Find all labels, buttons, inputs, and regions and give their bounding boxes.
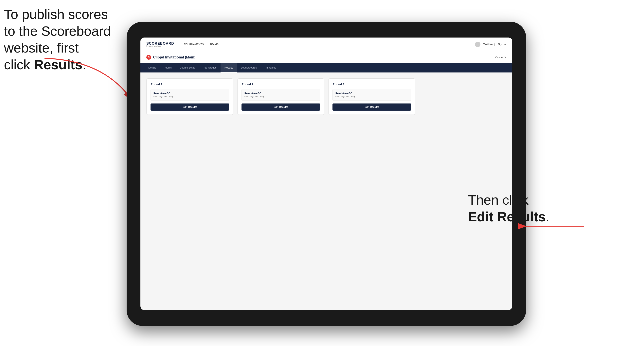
header-left: SCOREBOARD Powered by clippd TOURNAMENTS… [146, 42, 218, 47]
tablet-device: SCOREBOARD Powered by clippd TOURNAMENTS… [126, 22, 526, 326]
rounds-grid: Round 1 Peachtree GC Gold (M) (7010 yds)… [146, 78, 506, 115]
round-3-course-card: Peachtree GC Gold (M) (7010 yds) [332, 89, 411, 101]
nav-tournaments[interactable]: TOURNAMENTS [184, 43, 204, 46]
round-2-title: Round 2 [242, 83, 320, 86]
tab-printables[interactable]: Printables [261, 63, 280, 72]
tablet-screen: SCOREBOARD Powered by clippd TOURNAMENTS… [140, 37, 512, 310]
round-2-card: Round 2 Peachtree GC Gold (M) (7010 yds)… [237, 78, 324, 115]
user-avatar [475, 42, 480, 47]
edit-results-round-2[interactable]: Edit Results [242, 104, 320, 111]
round-1-course-card: Peachtree GC Gold (M) (7010 yds) [150, 89, 229, 101]
logo-powered: Powered by clippd [146, 45, 174, 47]
round-3-title: Round 3 [332, 83, 411, 86]
app-header: SCOREBOARD Powered by clippd TOURNAMENTS… [140, 37, 512, 51]
round-1-course-details: Gold (M) (7010 yds) [154, 95, 226, 98]
round-1-course-name: Peachtree GC [154, 92, 226, 95]
logo-text: SCOREBOARD [146, 42, 174, 45]
user-label: Test User | [484, 43, 495, 46]
round-4-empty [419, 78, 506, 115]
nav-teams[interactable]: TEAMS [210, 43, 218, 46]
instruction-left: To publish scores to the Scoreboard webs… [4, 6, 119, 73]
tab-teams[interactable]: Teams [160, 63, 176, 72]
round-2-course-name: Peachtree GC [244, 92, 317, 95]
tab-results[interactable]: Results [220, 63, 237, 72]
main-content: Round 1 Peachtree GC Gold (M) (7010 yds)… [140, 72, 512, 121]
tab-course-setup[interactable]: Course Setup [176, 63, 199, 72]
cancel-button[interactable]: Cancel ✕ [495, 56, 506, 59]
logo: SCOREBOARD Powered by clippd [146, 42, 174, 47]
tournament-header: C Clippd Invitational (Main) Cancel ✕ [140, 51, 512, 63]
round-3-course-details: Gold (M) (7010 yds) [336, 95, 408, 98]
round-2-course-card: Peachtree GC Gold (M) (7010 yds) [242, 89, 320, 101]
tab-tee-groups[interactable]: Tee Groups [199, 63, 220, 72]
tab-leaderboards[interactable]: Leaderboards [237, 63, 261, 72]
edit-results-round-1[interactable]: Edit Results [150, 104, 229, 111]
round-2-course-details: Gold (M) (7010 yds) [244, 95, 317, 98]
tournament-title: C Clippd Invitational (Main) [146, 55, 196, 60]
tab-details[interactable]: Details [144, 63, 160, 72]
signout-link[interactable]: Sign out [498, 43, 506, 46]
instruction-right: Then click Edit Results. [468, 191, 571, 225]
tournament-name: Clippd Invitational (Main) [153, 55, 196, 59]
header-right: Test User | Sign out [475, 42, 506, 47]
round-1-title: Round 1 [150, 83, 229, 86]
round-3-card: Round 3 Peachtree GC Gold (M) (7010 yds)… [328, 78, 415, 115]
edit-results-round-3[interactable]: Edit Results [332, 104, 411, 111]
tab-navigation: Details Teams Course Setup Tee Groups Re… [140, 63, 512, 72]
main-nav: TOURNAMENTS TEAMS [184, 43, 218, 46]
round-3-course-name: Peachtree GC [336, 92, 408, 95]
tournament-icon: C [146, 55, 151, 60]
round-1-card: Round 1 Peachtree GC Gold (M) (7010 yds)… [146, 78, 234, 115]
